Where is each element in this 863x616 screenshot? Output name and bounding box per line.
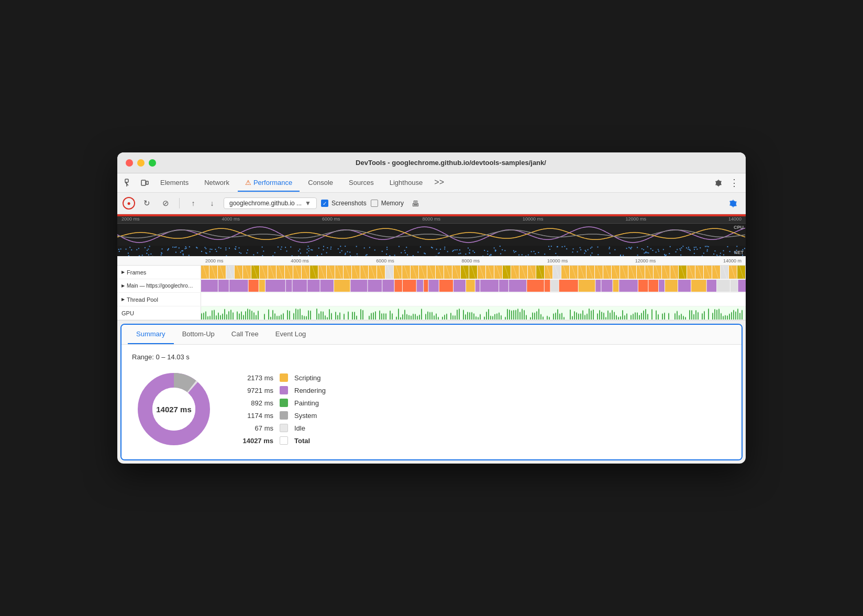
tracks-area: 2000 ms 4000 ms 6000 ms 8000 ms 10000 ms… xyxy=(117,256,746,321)
gpu-track-row[interactable]: GPU xyxy=(117,306,746,320)
gpu-track-label: GPU xyxy=(117,306,201,320)
url-text: googlechrome.github.io ... xyxy=(229,200,302,207)
traffic-lights xyxy=(126,159,156,167)
rendering-swatch xyxy=(280,386,288,394)
reload-button[interactable]: ↻ xyxy=(139,196,154,211)
donut-center-label: 14027 ms xyxy=(156,405,192,414)
idle-swatch xyxy=(280,424,288,432)
close-button[interactable] xyxy=(126,159,133,167)
thread-pool-track-label: ▶ Thread Pool xyxy=(117,293,201,306)
gpu-canvas xyxy=(201,306,746,320)
idle-ms: 67 ms xyxy=(237,424,273,432)
system-ms: 1174 ms xyxy=(237,412,273,420)
net-waveform xyxy=(117,246,746,256)
screenshots-checkbox[interactable]: ✓ xyxy=(321,200,328,207)
element-picker-icon[interactable] xyxy=(121,175,136,190)
painting-label: Painting xyxy=(294,399,319,407)
clear-button[interactable]: ⊘ xyxy=(158,196,173,211)
frames-track-label: ▶ Frames xyxy=(117,266,201,279)
window-title: DevTools - googlechrome.github.io/devtoo… xyxy=(164,159,737,167)
donut-chart: 14027 ms xyxy=(132,367,216,451)
settings-icon[interactable] xyxy=(711,175,726,190)
cpu-label: CPU xyxy=(734,225,744,230)
frames-track-row[interactable]: ▶ Frames xyxy=(117,266,746,279)
summary-panel: Summary Bottom-Up Call Tree Event Log Ra… xyxy=(120,324,743,460)
tab-summary[interactable]: Summary xyxy=(128,325,174,344)
cpu-waveform xyxy=(117,224,746,246)
legend-row-scripting: 2173 ms Scripting xyxy=(237,373,326,382)
legend-row-system: 1174 ms System xyxy=(237,411,326,420)
painting-swatch xyxy=(280,399,288,407)
scripting-label: Scripting xyxy=(294,374,321,382)
scripting-swatch xyxy=(280,373,288,382)
legend-table: 2173 ms Scripting 9721 ms Rendering 892 … xyxy=(237,373,326,445)
perf-settings-icon[interactable] xyxy=(726,196,740,211)
tab-bar: Elements Network ⚠Performance Console So… xyxy=(117,173,746,193)
total-label: Total xyxy=(294,437,310,445)
tab-sources[interactable]: Sources xyxy=(341,174,381,192)
legend-row-rendering: 9721 ms Rendering xyxy=(237,386,326,394)
system-swatch xyxy=(280,411,288,420)
maximize-button[interactable] xyxy=(149,159,156,167)
memory-icon[interactable]: 🖶 xyxy=(408,196,423,211)
thread-pool-label-text: Thread Pool xyxy=(127,296,158,303)
timeline-red-bar xyxy=(117,214,746,216)
tab-more[interactable]: >> xyxy=(431,173,447,192)
range-text: Range: 0 – 14.03 s xyxy=(132,353,731,361)
svg-rect-0 xyxy=(125,179,128,182)
tab-elements[interactable]: Elements xyxy=(153,174,196,192)
main-track-row[interactable]: ▶ Main — https://googlechrome.github.io/… xyxy=(117,279,746,293)
painting-ms: 892 ms xyxy=(237,399,273,407)
tab-console[interactable]: Console xyxy=(301,174,340,192)
summary-tab-bar: Summary Bottom-Up Call Tree Event Log xyxy=(121,325,742,345)
svg-rect-3 xyxy=(141,180,146,185)
device-toolbar-icon[interactable] xyxy=(137,175,152,190)
more-options-icon[interactable]: ⋮ xyxy=(727,175,742,190)
frames-track-content xyxy=(201,266,746,279)
legend-row-painting: 892 ms Painting xyxy=(237,399,326,407)
system-label: System xyxy=(294,412,317,420)
memory-group[interactable]: Memory xyxy=(371,200,404,207)
tab-network[interactable]: Network xyxy=(197,174,237,192)
gpu-track-content xyxy=(201,306,746,320)
devtools-window: DevTools - googlechrome.github.io/devtoo… xyxy=(117,152,746,464)
summary-body: 14027 ms 2173 ms Scripting 9721 ms Rende… xyxy=(132,367,731,451)
main-label-text: Main — https://googlechrome.github.io/de… xyxy=(127,283,196,289)
tab-call-tree[interactable]: Call Tree xyxy=(223,325,267,344)
frames-label-text: Frames xyxy=(127,269,146,276)
total-ms: 14027 ms xyxy=(237,437,273,445)
total-swatch xyxy=(280,436,288,445)
idle-label: Idle xyxy=(294,424,305,432)
screenshots-label: Screenshots xyxy=(331,200,367,207)
download-button[interactable]: ↓ xyxy=(205,196,219,211)
timeline-overview[interactable]: 2000 ms 4000 ms 6000 ms 8000 ms 10000 ms… xyxy=(117,214,746,256)
tab-event-log[interactable]: Event Log xyxy=(267,325,315,344)
record-button[interactable]: ● xyxy=(123,197,135,210)
perf-toolbar: ● ↻ ⊘ ↑ ↓ googlechrome.github.io ... ▼ ✓… xyxy=(117,193,746,214)
scripting-ms: 2173 ms xyxy=(237,374,273,382)
url-bar[interactable]: googlechrome.github.io ... ▼ xyxy=(224,197,317,209)
memory-label: Memory xyxy=(381,200,404,207)
frames-canvas xyxy=(201,266,746,279)
tab-bottom-up[interactable]: Bottom-Up xyxy=(174,325,223,344)
upload-button[interactable]: ↑ xyxy=(186,196,201,211)
thread-pool-track-content xyxy=(201,293,746,306)
legend-row-idle: 67 ms Idle xyxy=(237,424,326,432)
legend-row-total: 14027 ms Total xyxy=(237,436,326,445)
main-canvas xyxy=(201,279,746,292)
screenshots-group[interactable]: ✓ Screenshots xyxy=(321,200,367,207)
title-bar: DevTools - googlechrome.github.io/devtoo… xyxy=(117,152,746,173)
rendering-label: Rendering xyxy=(294,387,326,394)
rendering-ms: 9721 ms xyxy=(237,387,273,394)
tab-performance[interactable]: ⚠Performance xyxy=(238,174,300,192)
dropdown-icon: ▼ xyxy=(305,200,311,207)
svg-rect-4 xyxy=(146,181,148,184)
tab-lighthouse[interactable]: Lighthouse xyxy=(382,174,430,192)
gpu-label-text: GPU xyxy=(121,310,134,316)
main-track-label: ▶ Main — https://googlechrome.github.io/… xyxy=(117,279,201,292)
thread-pool-track-row[interactable]: ▶ Thread Pool xyxy=(117,293,746,306)
minimize-button[interactable] xyxy=(137,159,145,167)
main-track-content xyxy=(201,279,746,292)
memory-checkbox[interactable] xyxy=(371,200,378,207)
net-label: NET xyxy=(734,250,744,255)
